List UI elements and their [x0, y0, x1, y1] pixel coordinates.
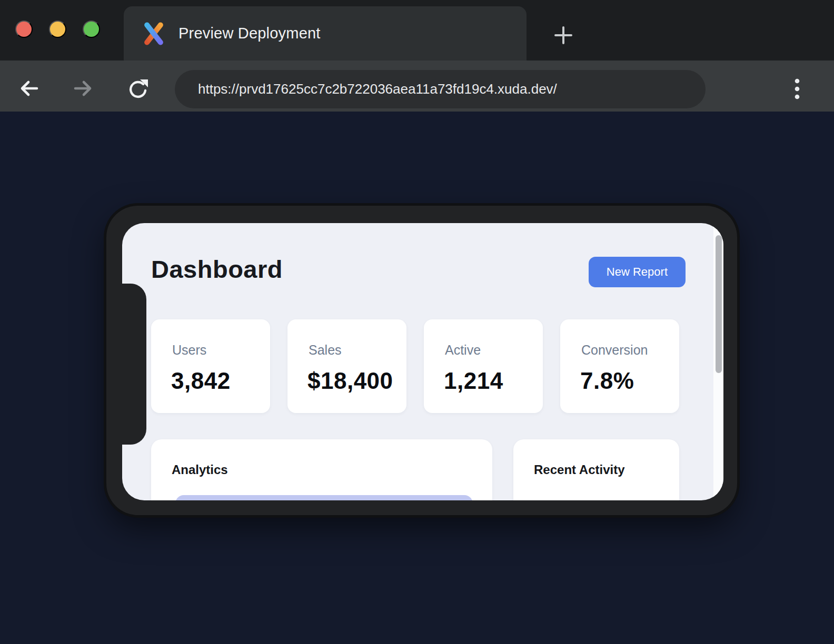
minimize-window-button[interactable] [49, 21, 66, 38]
analytics-panel: Analytics [151, 439, 492, 500]
stat-card-users: Users 3,842 [151, 319, 270, 413]
dashboard-header: Dashboard New Report [151, 223, 679, 286]
chart-placeholder-bar [175, 495, 473, 500]
stat-value: 1,214 [444, 368, 503, 394]
device-frame: Dashboard New Report Users 3,842 Sales $… [106, 206, 737, 515]
stat-label: Users [172, 343, 206, 358]
stat-label: Sales [309, 343, 342, 358]
stats-row: Users 3,842 Sales $18,400 Active 1,214 [151, 319, 679, 413]
stat-card-sales: Sales $18,400 [287, 319, 406, 413]
stat-value: 3,842 [171, 368, 231, 394]
new-report-button[interactable]: New Report [589, 257, 686, 287]
panel-title: Analytics [172, 462, 228, 477]
page-title: Dashboard [151, 255, 283, 284]
page-viewport: Dashboard New Report Users 3,842 Sales $… [0, 112, 834, 644]
device-screen: Dashboard New Report Users 3,842 Sales $… [122, 223, 723, 500]
kebab-menu-icon [787, 76, 808, 102]
maximize-window-button[interactable] [83, 21, 100, 38]
stat-value: 7.8% [580, 368, 634, 394]
recent-activity-panel: Recent Activity [513, 439, 679, 500]
forward-arrow-icon [72, 78, 93, 99]
stat-value: $18,400 [307, 368, 393, 394]
x-brand-logo-icon [142, 22, 165, 45]
stat-card-conversion: Conversion 7.8% [560, 319, 679, 413]
stat-card-active: Active 1,214 [424, 319, 543, 413]
stat-label: Active [445, 343, 481, 358]
forward-button[interactable] [72, 78, 93, 99]
browser-window: Preview Deployment https://prvd [0, 0, 834, 644]
browser-titlebar: Preview Deployment [0, 0, 834, 61]
back-arrow-icon [19, 78, 40, 99]
browser-tab[interactable]: Preview Deployment [124, 6, 527, 61]
reload-icon [126, 78, 150, 101]
close-window-button[interactable] [15, 21, 33, 38]
panels-row: Analytics Recent Activity [151, 439, 679, 500]
reload-button[interactable] [126, 78, 147, 99]
browser-toolbar: https://prvd17625cc7c2b722036aea11a73fd1… [0, 61, 834, 112]
back-button[interactable] [19, 78, 40, 99]
browser-menu-button[interactable] [787, 76, 808, 102]
panel-title: Recent Activity [534, 462, 625, 477]
tab-title: Preview Deployment [178, 25, 321, 42]
new-tab-button[interactable] [552, 24, 575, 47]
camera-notch [106, 284, 146, 445]
stat-label: Conversion [581, 343, 648, 358]
url-bar[interactable]: https://prvd17625cc7c2b722036aea11a73fd1… [175, 70, 706, 108]
scrollbar-thumb[interactable] [716, 235, 722, 373]
url-text: https://prvd17625cc7c2b722036aea11a73fd1… [198, 81, 557, 97]
dashboard-content: Dashboard New Report Users 3,842 Sales $… [151, 223, 679, 500]
plus-icon [553, 25, 573, 45]
